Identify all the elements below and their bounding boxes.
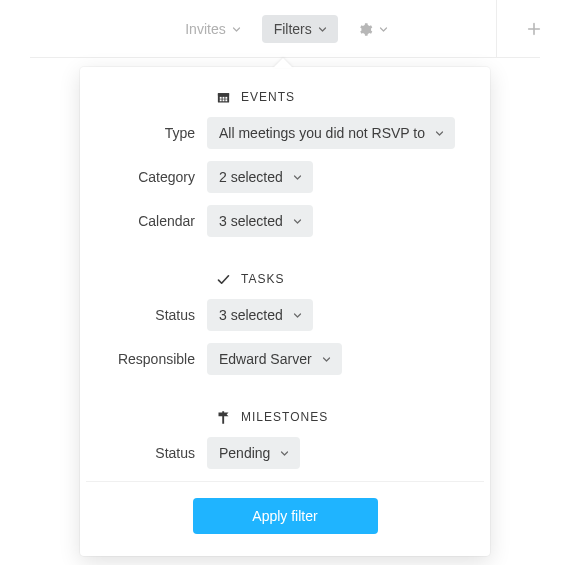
- milestone-status-row: Status Pending: [102, 437, 468, 469]
- calendar-select[interactable]: 3 selected: [207, 205, 313, 237]
- responsible-row: Responsible Edward Sarver: [102, 343, 468, 375]
- chevron-down-icon: [379, 25, 387, 33]
- svg-rect-6: [222, 99, 224, 101]
- events-title: EVENTS: [241, 90, 295, 104]
- milestone-status-label: Status: [102, 445, 207, 461]
- add-button[interactable]: [496, 0, 570, 58]
- milestone-status-select[interactable]: Pending: [207, 437, 300, 469]
- type-value: All meetings you did not RSVP to: [219, 125, 425, 141]
- chevron-down-icon: [232, 25, 240, 33]
- responsible-value: Edward Sarver: [219, 351, 312, 367]
- filters-label: Filters: [274, 21, 312, 37]
- svg-rect-4: [225, 96, 227, 98]
- settings-dropdown[interactable]: [348, 16, 397, 43]
- calendar-row: Calendar 3 selected: [102, 205, 468, 237]
- category-row: Category 2 selected: [102, 161, 468, 193]
- tasks-title: TASKS: [241, 272, 284, 286]
- svg-rect-3: [222, 96, 224, 98]
- task-status-select[interactable]: 3 selected: [207, 299, 313, 331]
- category-value: 2 selected: [219, 169, 283, 185]
- panel-pointer: [273, 58, 293, 68]
- plus-icon: [526, 21, 542, 37]
- chevron-down-icon: [435, 129, 443, 137]
- milestone-icon: [215, 409, 231, 425]
- tasks-section-header: TASKS: [215, 271, 468, 287]
- svg-rect-7: [225, 99, 227, 101]
- filters-panel: EVENTS Type All meetings you did not RSV…: [80, 67, 490, 556]
- events-section-header: EVENTS: [215, 89, 468, 105]
- svg-rect-5: [219, 99, 221, 101]
- calendar-icon: [215, 89, 231, 105]
- task-status-label: Status: [102, 307, 207, 323]
- calendar-value: 3 selected: [219, 213, 283, 229]
- top-toolbar: Invites Filters: [0, 0, 570, 58]
- task-status-row: Status 3 selected: [102, 299, 468, 331]
- type-select[interactable]: All meetings you did not RSVP to: [207, 117, 455, 149]
- chevron-down-icon: [280, 449, 288, 457]
- milestone-status-value: Pending: [219, 445, 270, 461]
- filters-dropdown[interactable]: Filters: [262, 15, 338, 43]
- apply-filter-button[interactable]: Apply filter: [193, 498, 378, 534]
- chevron-down-icon: [322, 355, 330, 363]
- responsible-label: Responsible: [102, 351, 207, 367]
- type-label: Type: [102, 125, 207, 141]
- chevron-down-icon: [293, 311, 301, 319]
- gear-icon: [358, 22, 373, 37]
- responsible-select[interactable]: Edward Sarver: [207, 343, 342, 375]
- chevron-down-icon: [293, 217, 301, 225]
- milestones-title: MILESTONES: [241, 410, 328, 424]
- invites-label: Invites: [185, 21, 225, 37]
- category-select[interactable]: 2 selected: [207, 161, 313, 193]
- invites-dropdown[interactable]: Invites: [173, 15, 251, 43]
- chevron-down-icon: [318, 25, 326, 33]
- chevron-down-icon: [293, 173, 301, 181]
- type-row: Type All meetings you did not RSVP to: [102, 117, 468, 149]
- category-label: Category: [102, 169, 207, 185]
- svg-rect-2: [219, 96, 221, 98]
- task-status-value: 3 selected: [219, 307, 283, 323]
- calendar-label: Calendar: [102, 213, 207, 229]
- check-icon: [215, 271, 231, 287]
- svg-rect-1: [217, 93, 228, 96]
- milestones-section-header: MILESTONES: [215, 409, 468, 425]
